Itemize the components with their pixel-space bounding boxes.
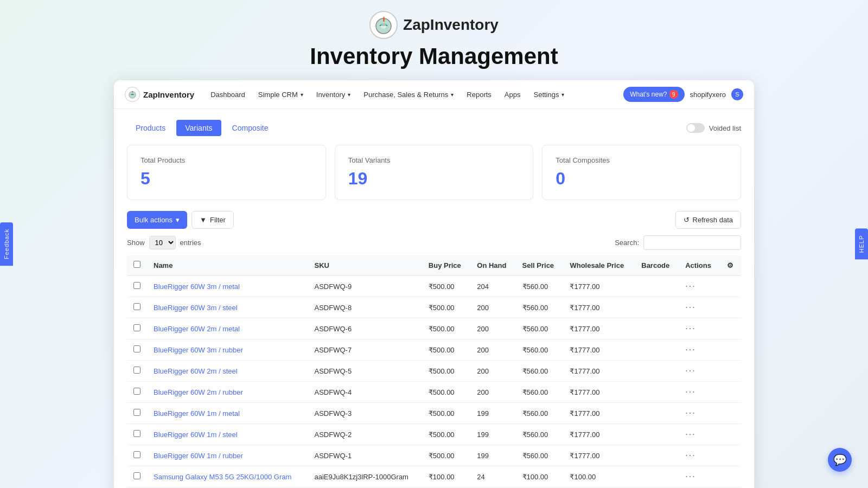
row-check-9[interactable] [133,472,141,479]
chat-button[interactable]: 💬 [828,448,852,472]
table-body: BlueRigger 60W 3m / metal ASDFWQ-9 ₹500.… [127,275,741,487]
table-row: BlueRigger 60W 3m / rubber ASDFWQ-7 ₹500… [127,339,741,361]
svg-rect-5 [132,91,133,93]
product-link-3[interactable]: BlueRigger 60W 3m / rubber [154,346,243,354]
row-gear-7 [720,424,741,445]
filter-button[interactable]: ▼ Filter [192,211,234,229]
action-dots-7[interactable]: ··· [685,429,695,439]
row-sell-price-3: ₹560.00 [516,339,564,361]
table-row: BlueRigger 60W 2m / steel ASDFWQ-5 ₹500.… [127,361,741,382]
table-row: BlueRigger 60W 1m / rubber ASDFWQ-1 ₹500… [127,445,741,466]
product-link-7[interactable]: BlueRigger 60W 1m / steel [154,431,238,439]
row-actions-3: ··· [679,339,720,361]
row-barcode-2 [635,318,679,339]
row-barcode-4 [635,361,679,382]
stat-total-products: Total Products 5 [127,145,326,200]
product-link-4[interactable]: BlueRigger 60W 2m / steel [154,367,238,375]
row-sku-4: ASDFWQ-5 [308,361,422,382]
action-dots-8[interactable]: ··· [685,451,695,460]
bulk-actions-button[interactable]: Bulk actions ▾ [127,211,187,229]
row-actions-6: ··· [679,403,720,424]
tab-composite[interactable]: Composite [224,120,277,136]
refresh-icon: ↺ [684,216,690,224]
bulk-chevron: ▾ [176,216,180,224]
row-check-8[interactable] [133,451,141,458]
action-dots-4[interactable]: ··· [685,366,695,375]
row-on-hand-4: 200 [470,361,515,382]
nav-settings[interactable]: Settings ▾ [528,87,570,102]
product-link-5[interactable]: BlueRigger 60W 2m / rubber [154,388,243,396]
product-link-1[interactable]: BlueRigger 60W 3m / steel [154,304,238,312]
row-check-3[interactable] [133,345,141,352]
row-gear-3 [720,339,741,361]
row-checkbox-2 [127,318,147,339]
nav-simple-crm[interactable]: Simple CRM ▾ [253,87,309,102]
nav-logo [125,87,140,102]
search-input[interactable] [643,235,741,250]
navbar: ZapInventory Dashboard Simple CRM ▾ Inve… [114,80,754,109]
product-link-9[interactable]: Samsung Galaxy M53 5G 25KG/1000 Gram [154,473,291,481]
row-check-6[interactable] [133,409,141,416]
settings-chevron: ▾ [561,92,564,98]
tab-products[interactable]: Products [127,120,174,136]
action-dots-9[interactable]: ··· [685,472,695,481]
row-gear-9 [720,466,741,487]
action-dots-2[interactable]: ··· [685,324,695,333]
row-check-4[interactable] [133,367,141,374]
action-dots-6[interactable]: ··· [685,408,695,418]
action-dots-1[interactable]: ··· [685,303,695,312]
row-wholesale-price-2: ₹1777.00 [563,318,635,339]
logo-area: ZapInventory [310,11,558,39]
show-row: Show 10 25 50 entries Search: [127,235,741,250]
row-barcode-3 [635,339,679,361]
voided-switch[interactable] [686,123,705,133]
row-wholesale-price-5: ₹1777.00 [563,382,635,403]
entries-select[interactable]: 10 25 50 [149,236,176,249]
show-label: Show [127,239,145,247]
action-dots-0[interactable]: ··· [685,281,695,291]
th-name: Name [147,255,308,275]
row-check-1[interactable] [133,303,141,310]
refresh-button[interactable]: ↺ Refresh data [675,211,741,229]
show-entries-left: Show 10 25 50 entries [127,236,201,249]
row-on-hand-1: 200 [470,297,515,318]
th-gear[interactable]: ⚙ [720,255,741,275]
row-check-2[interactable] [133,324,141,331]
row-wholesale-price-3: ₹1777.00 [563,339,635,361]
th-sku: SKU [308,255,422,275]
nav-apps[interactable]: Apps [499,87,526,102]
select-all-checkbox[interactable] [133,261,141,268]
action-dots-5[interactable]: ··· [685,387,695,396]
row-on-hand-3: 200 [470,339,515,361]
nav-inventory[interactable]: Inventory ▾ [311,87,356,102]
product-link-8[interactable]: BlueRigger 60W 1m / rubber [154,452,243,460]
product-link-6[interactable]: BlueRigger 60W 1m / metal [154,409,240,418]
svg-point-3 [381,23,386,29]
row-check-0[interactable] [133,282,141,289]
nav-dashboard[interactable]: Dashboard [205,87,251,102]
row-buy-price-7: ₹500.00 [422,424,470,445]
row-wholesale-price-6: ₹1777.00 [563,403,635,424]
row-wholesale-price-4: ₹1777.00 [563,361,635,382]
whats-new-button[interactable]: What's new? 9 [623,87,684,102]
voided-toggle: Voided list [686,123,741,133]
row-sell-price-2: ₹560.00 [516,318,564,339]
row-barcode-1 [635,297,679,318]
nav-links: Dashboard Simple CRM ▾ Inventory ▾ Purch… [205,87,612,102]
row-gear-6 [720,403,741,424]
row-check-5[interactable] [133,388,141,395]
row-checkbox-4 [127,361,147,382]
product-link-2[interactable]: BlueRigger 60W 2m / metal [154,325,240,333]
nav-purchase-sales[interactable]: Purchase, Sales & Returns ▾ [358,87,459,102]
row-gear-8 [720,445,741,466]
row-sku-6: ASDFWQ-3 [308,403,422,424]
help-tab[interactable]: HELP [855,229,868,260]
tabs: Products Variants Composite [127,120,277,136]
nav-reports[interactable]: Reports [461,87,497,102]
action-dots-3[interactable]: ··· [685,345,695,354]
row-actions-5: ··· [679,382,720,403]
product-link-0[interactable]: BlueRigger 60W 3m / metal [154,282,240,291]
feedback-tab[interactable]: Feedback [0,222,13,266]
row-check-7[interactable] [133,430,141,437]
tab-variants[interactable]: Variants [176,120,221,136]
